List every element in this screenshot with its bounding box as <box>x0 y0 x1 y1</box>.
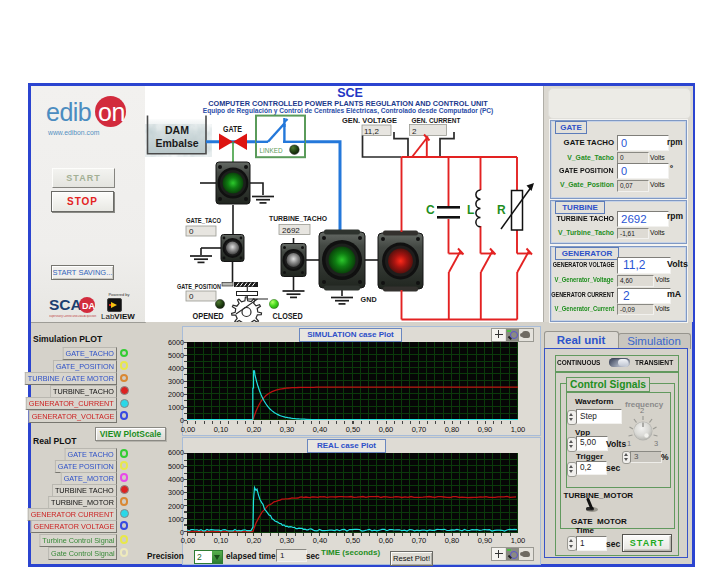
svg-text:2: 2 <box>640 406 644 415</box>
svg-text:OPENED: OPENED <box>193 310 224 321</box>
svg-text:R: R <box>497 203 506 217</box>
svg-text:C: C <box>426 203 435 217</box>
svg-text:GND: GND <box>361 295 377 304</box>
svg-text:3: 3 <box>654 439 658 448</box>
svg-text:2: 2 <box>412 127 417 136</box>
svg-text:GEN. VOLTAGE: GEN. VOLTAGE <box>342 116 397 125</box>
svg-text:GATE: GATE <box>223 124 242 134</box>
svg-text:0: 0 <box>189 227 194 236</box>
svg-text:Equipo de Regulación y Control: Equipo de Regulación y Control de Centra… <box>203 107 494 115</box>
svg-text:Embalse: Embalse <box>155 137 198 149</box>
svg-text:2692: 2692 <box>282 226 300 235</box>
svg-text:GATE_POSITION: GATE_POSITION <box>177 282 221 291</box>
svg-text:11,2: 11,2 <box>364 127 380 136</box>
svg-text:DAM: DAM <box>165 124 189 136</box>
svg-text:L: L <box>467 203 474 217</box>
svg-text:1: 1 <box>627 439 631 448</box>
svg-text:0: 0 <box>189 292 194 301</box>
svg-text:LINKED: LINKED <box>260 146 283 155</box>
svg-text:GEN. CURRENT: GEN. CURRENT <box>411 116 460 125</box>
svg-text:TURBINE_TACHO: TURBINE_TACHO <box>269 214 327 223</box>
svg-text:CLOSED: CLOSED <box>273 310 303 321</box>
svg-text:GATE_TACO: GATE_TACO <box>186 216 221 225</box>
